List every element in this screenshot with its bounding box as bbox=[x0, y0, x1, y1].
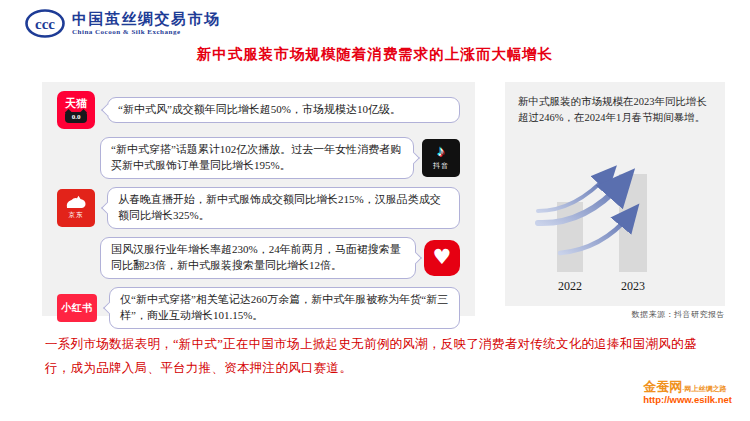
tmall-cat-face-icon: 0.0 bbox=[65, 112, 87, 123]
douyin-icon: ♪ 抖音 bbox=[422, 139, 460, 177]
douyin-icon-label: 抖音 bbox=[433, 161, 449, 171]
stat-row-heart: 国风汉服行业年增长率超230%，24年前两月，马面裙搜索量同比翻23倍，新中式服… bbox=[57, 237, 460, 279]
jd-icon-label: 京东 bbox=[69, 211, 84, 220]
stat-bubble: “新中式穿搭”话题累计102亿次播放。过去一年女性消费者购买新中式服饰订单量同比… bbox=[100, 137, 414, 179]
summary-paragraph: 一系列市场数据表明，“新中式”正在中国市场上掀起史无前例的风潮，反映了消费者对传… bbox=[45, 333, 717, 381]
bar-label-2023: 2023 bbox=[611, 279, 655, 294]
growth-arrows-icon bbox=[530, 153, 660, 258]
stat-row-tmall: 天猫 0.0 “新中式风”成交额年同比增长超50%，市场规模达10亿级。 bbox=[57, 91, 460, 129]
heart-glyph-icon: ♥ bbox=[433, 247, 452, 268]
heart-icon: ♥ bbox=[424, 240, 460, 276]
tmall-icon-label: 天猫 bbox=[65, 97, 87, 109]
stat-text: 国风汉服行业年增长率超230%，24年前两月，马面裙搜索量同比翻23倍，新中式服… bbox=[111, 243, 401, 271]
growth-bar-chart: 2022 2023 bbox=[518, 137, 712, 296]
market-description: 新中式服装的市场规模在2023年同比增长超过246%，在2024年1月春节期间暴… bbox=[518, 94, 712, 127]
stat-text: 从春晚直播开始，新中式服饰成交额同比增长215%，汉服品类成交额同比增长325%… bbox=[118, 193, 441, 221]
jd-icon: 京东 bbox=[57, 189, 95, 227]
svg-text:ccc: ccc bbox=[35, 16, 55, 32]
stat-bubble: 国风汉服行业年增长率超230%，24年前两月，马面裙搜索量同比翻23倍，新中式服… bbox=[100, 237, 416, 279]
site-name: 金蚕网 bbox=[643, 379, 682, 394]
jd-dog-icon bbox=[64, 195, 88, 210]
brand-title: 中国茧丝绸交易市场 bbox=[72, 11, 221, 28]
stat-text: 仅“新中式穿搭”相关笔记达260万余篇，新中式年服被称为年货“新三样”，商业互动… bbox=[120, 293, 448, 321]
xiaohongshu-icon-label: 小红书 bbox=[61, 301, 93, 315]
platform-stats-panel: 天猫 0.0 “新中式风”成交额年同比增长超50%，市场规模达10亿级。 “新中… bbox=[42, 82, 475, 316]
stat-row-douyin: “新中式穿搭”话题累计102亿次播放。过去一年女性消费者购买新中式服饰订单量同比… bbox=[57, 137, 460, 179]
brand-subtitle: China Cocoon & Silk Exchange bbox=[72, 28, 221, 36]
site-tagline: -网上丝绸之路 bbox=[682, 385, 726, 393]
xiaohongshu-icon: 小红书 bbox=[57, 294, 97, 322]
stat-row-jd: 京东 从春晚直播开始，新中式服饰成交额同比增长215%，汉服品类成交额同比增长3… bbox=[57, 187, 460, 229]
stat-text: “新中式风”成交额年同比增长超50%，市场规模达10亿级。 bbox=[118, 103, 401, 115]
stat-bubble: “新中式风”成交额年同比增长超50%，市场规模达10亿级。 bbox=[107, 97, 460, 123]
music-note-icon: ♪ bbox=[437, 144, 445, 159]
page: ccc 中国茧丝绸交易市场 China Cocoon & Silk Exchan… bbox=[0, 0, 750, 421]
stat-bubble: 仅“新中式穿搭”相关笔记达260万余篇，新中式年服被称为年货“新三样”，商业互动… bbox=[109, 287, 460, 329]
site-url-link[interactable]: http://www.esilk.net bbox=[643, 395, 732, 406]
page-title: 新中式服装市场规模随着消费需求的上涨而大幅增长 bbox=[0, 45, 750, 64]
brand-text: 中国茧丝绸交易市场 China Cocoon & Silk Exchange bbox=[72, 11, 221, 36]
bar-label-2022: 2022 bbox=[548, 279, 592, 294]
tmall-icon: 天猫 0.0 bbox=[57, 91, 95, 129]
market-size-panel: 新中式服装的市场规模在2023年同比增长超过246%，在2024年1月春节期间暴… bbox=[505, 82, 725, 306]
data-source-note: 数据来源：抖音研究报告 bbox=[505, 309, 725, 320]
stat-text: “新中式穿搭”话题累计102亿次播放。过去一年女性消费者购买新中式服饰订单量同比… bbox=[111, 143, 401, 171]
site-footer: 金蚕网-网上丝绸之路 http://www.esilk.net bbox=[643, 377, 732, 406]
exchange-logo-icon: ccc bbox=[25, 9, 65, 38]
stat-bubble: 从春晚直播开始，新中式服饰成交额同比增长215%，汉服品类成交额同比增长325%… bbox=[107, 187, 460, 229]
stat-row-xiaohongshu: 小红书 仅“新中式穿搭”相关笔记达260万余篇，新中式年服被称为年货“新三样”，… bbox=[57, 287, 460, 329]
brand-header: ccc 中国茧丝绸交易市场 China Cocoon & Silk Exchan… bbox=[25, 9, 221, 38]
